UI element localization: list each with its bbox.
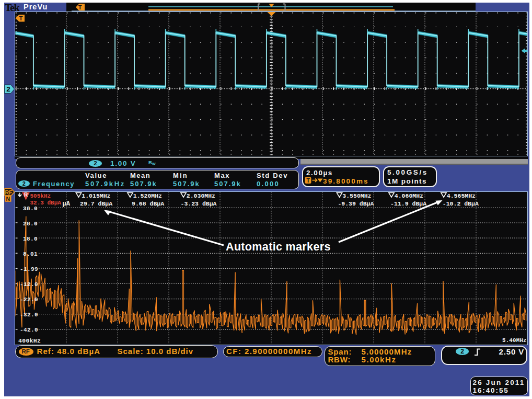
svg-text:2.030MHz: 2.030MHz [187, 192, 215, 199]
svg-text:-12.0: -12.0 [20, 281, 38, 288]
svg-text:32.3 dBµA: 32.3 dBµA [30, 200, 62, 206]
svg-text:Automatic markers: Automatic markers [226, 241, 331, 253]
svg-text:29.7 dBµA: 29.7 dBµA [80, 200, 112, 207]
svg-text:4.565MHz: 4.565MHz [447, 192, 476, 199]
svg-text:-32.0: -32.0 [20, 312, 38, 318]
svg-text:-9.39 dBµA: -9.39 dBµA [338, 200, 374, 207]
svg-text:-3.23 dBµA: -3.23 dBµA [181, 200, 217, 207]
svg-text:1.015MHz: 1.015MHz [82, 192, 110, 199]
svg-text:1.520MHz: 1.520MHz [133, 192, 162, 199]
svg-text:-42.0: -42.0 [20, 327, 38, 333]
svg-text:505kHz: 505kHz [30, 193, 51, 199]
svg-text:-11.9 dBµA: -11.9 dBµA [390, 200, 426, 207]
svg-text:18.0: 18.0 [23, 236, 38, 242]
svg-text:3.550MHz: 3.550MHz [342, 192, 371, 199]
svg-text:28.0: 28.0 [23, 221, 38, 227]
svg-text:-1.99: -1.99 [20, 266, 38, 272]
svg-text:9.68 dBµA: 9.68 dBµA [132, 200, 164, 207]
svg-text:5.40MHz: 5.40MHz [502, 337, 527, 344]
svg-text:-22.0: -22.0 [20, 297, 38, 303]
svg-text:µA: µA [63, 200, 71, 208]
svg-text:4.060MHz: 4.060MHz [395, 192, 423, 199]
svg-text:8.01: 8.01 [23, 251, 38, 257]
svg-text:400kHz: 400kHz [18, 337, 41, 344]
svg-text:38.0: 38.0 [23, 206, 38, 212]
svg-text:R: R [24, 192, 28, 198]
svg-text:-10.2 dBµA: -10.2 dBµA [443, 200, 479, 207]
